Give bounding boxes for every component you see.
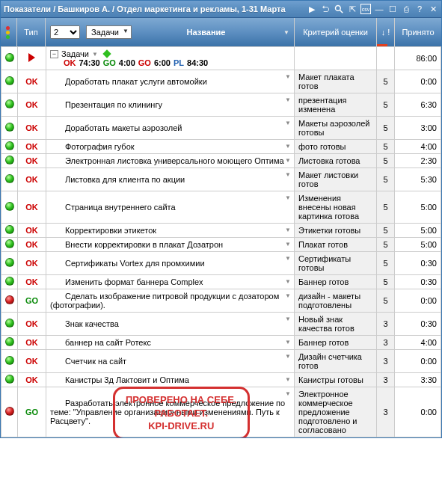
col-header-light[interactable] xyxy=(1,18,17,46)
time-cell: 4:00 xyxy=(395,336,441,350)
status-light-icon xyxy=(5,174,14,183)
minimize-icon[interactable]: — xyxy=(374,4,384,14)
table-row[interactable]: OKбаннер на сайт Ротекс▼Баннер готов34:0… xyxy=(1,336,441,350)
table-row[interactable]: OKВнести корректировки в плакат Дозатрон… xyxy=(1,238,441,252)
chevron-down-icon[interactable]: ▼ xyxy=(285,171,291,178)
name-cell[interactable]: Внести корректировки в плакат Дозатрон▼ xyxy=(46,238,295,252)
chevron-down-icon[interactable]: ▼ xyxy=(283,29,289,36)
name-cell[interactable]: Разработать электронное коммерческое пре… xyxy=(46,387,295,437)
chevron-down-icon[interactable]: ▼ xyxy=(92,51,98,58)
status-light-icon xyxy=(5,99,14,108)
chevron-down-icon[interactable]: ▼ xyxy=(285,96,291,103)
status-light-icon xyxy=(5,337,14,346)
close-icon[interactable]: ✕ xyxy=(428,4,438,14)
table-row[interactable]: GOСделать изображение питровой продукции… xyxy=(1,289,441,313)
status-light-icon xyxy=(5,375,14,384)
table-row[interactable]: OKСертификаты Vortex для промхимии▼Серти… xyxy=(1,252,441,275)
time-cell: 5:00 xyxy=(395,224,441,238)
name-cell[interactable]: Страница внутреннего сайта▼ xyxy=(46,191,295,224)
table-row[interactable]: OKИзменить формат баннера Complex▼Баннер… xyxy=(1,275,441,289)
chevron-down-icon[interactable]: ▼ xyxy=(285,157,291,164)
name-cell[interactable]: Знак качества▼ xyxy=(46,313,295,336)
titlebar: Показатели / Башкиров А. / Отдел маркети… xyxy=(1,1,441,17)
chevron-down-icon[interactable]: ▼ xyxy=(285,73,291,80)
collapse-icon[interactable]: − xyxy=(50,50,58,58)
name-cell[interactable]: Канистры 3д Лактовит и Оптима▼ xyxy=(46,373,295,387)
time-cell: 0:30 xyxy=(395,252,441,275)
col-header-accepted[interactable]: Принято xyxy=(395,18,441,46)
csv-icon[interactable]: csv xyxy=(360,4,371,14)
score-cell: 5 xyxy=(377,275,395,289)
table-row[interactable]: OKКанистры 3д Лактовит и Оптима▼Канистры… xyxy=(1,373,441,387)
name-header-label[interactable]: Название xyxy=(138,28,274,37)
name-cell[interactable]: Доработать макеты аэрозолей▼ xyxy=(46,117,295,140)
chevron-down-icon[interactable]: ▼ xyxy=(285,255,291,262)
chevron-down-icon[interactable]: ▼ xyxy=(285,316,291,322)
table-row[interactable]: GOРазработать электронное коммерческое п… xyxy=(1,387,441,437)
name-cell[interactable]: Изменить формат баннера Complex▼ xyxy=(46,275,295,289)
score-cell: 5 xyxy=(377,191,395,224)
table-row[interactable]: OKЛистовка для клиента по акции▼Макет ли… xyxy=(1,168,441,191)
name-cell[interactable]: Сертификаты Vortex для промхимии▼ xyxy=(46,252,295,275)
chevron-down-icon[interactable]: ▼ xyxy=(285,241,291,248)
chevron-down-icon[interactable]: ▼ xyxy=(285,120,291,126)
status-light-icon xyxy=(5,356,14,365)
chevron-down-icon[interactable]: ▼ xyxy=(285,143,291,150)
type-cell: OK xyxy=(18,168,46,191)
criterion-cell: Баннер готов xyxy=(295,336,377,350)
name-cell[interactable]: Доработать плакат услуги автомойки▼ xyxy=(46,70,295,93)
help-icon[interactable]: ? xyxy=(414,4,425,14)
name-cell[interactable]: Сделать изображение питровой продукции с… xyxy=(46,289,295,313)
chevron-down-icon[interactable]: ▼ xyxy=(285,278,291,285)
chevron-down-icon[interactable]: ▼ xyxy=(285,339,291,345)
chevron-down-icon[interactable]: ▼ xyxy=(285,292,291,299)
chevron-down-icon[interactable]: ▼ xyxy=(285,376,291,383)
chevron-down-icon[interactable]: ▼ xyxy=(285,194,291,201)
name-cell[interactable]: Электронная листовка универсального моющ… xyxy=(46,154,295,168)
back-icon[interactable]: ⮌ xyxy=(320,4,331,14)
time-cell: 3:00 xyxy=(395,117,441,140)
chevron-down-icon[interactable]: ▼ xyxy=(285,353,291,360)
play-triangle-icon[interactable] xyxy=(28,53,35,62)
status-light-icon xyxy=(5,319,14,328)
criterion-cell: Новый знак качества готов xyxy=(295,313,377,336)
table-row[interactable]: OKФотография губок▼фото готовы54:00 xyxy=(1,140,441,154)
summary-criterion xyxy=(295,47,377,70)
maximize-icon[interactable]: ☐ xyxy=(387,4,398,14)
criterion-cell: Макет плаката готов xyxy=(295,70,377,93)
table-row[interactable]: OKДоработать макеты аэрозолей▼Макеты аэр… xyxy=(1,117,441,140)
tasks-dropdown[interactable]: Задачи xyxy=(86,25,132,39)
table-row[interactable]: OKЗнак качества▼Новый знак качества гото… xyxy=(1,313,441,336)
status-light-icon xyxy=(5,407,14,416)
time-cell: 0:00 xyxy=(395,387,441,437)
chevron-down-icon[interactable]: ▼ xyxy=(285,390,291,397)
summary-cell[interactable]: − Задачи ▼ OK74:30GO4:00GO6:00PL84:30 xyxy=(46,47,295,70)
chevron-down-icon[interactable]: ▼ xyxy=(285,227,291,233)
table-row[interactable]: OKДоработать плакат услуги автомойки▼Мак… xyxy=(1,70,441,93)
status-light-icon xyxy=(5,202,14,211)
table-row[interactable]: OKПрезентация по клинингу▼презентация из… xyxy=(1,93,441,117)
type-cell: OK xyxy=(18,252,46,275)
criterion-cell: Сертификаты готовы xyxy=(295,252,377,275)
print-icon[interactable]: ⎙ xyxy=(401,4,411,14)
name-cell[interactable]: Листовка для клиента по акции▼ xyxy=(46,168,295,191)
level-select[interactable]: 2 xyxy=(50,25,80,39)
name-cell[interactable]: Счетчик на сайт▼ xyxy=(46,350,295,373)
name-cell[interactable]: баннер на сайт Ротекс▼ xyxy=(46,336,295,350)
table-row[interactable]: OKСчетчик на сайт▼Дизайн счетчика готов3… xyxy=(1,350,441,373)
name-cell[interactable]: Корректировки этикеток▼ xyxy=(46,224,295,238)
name-cell[interactable]: Презентация по клинингу▼ xyxy=(46,93,295,117)
table-row[interactable]: OKЭлектронная листовка универсального мо… xyxy=(1,154,441,168)
score-cell: 3 xyxy=(377,373,395,387)
search-icon[interactable] xyxy=(334,4,344,14)
play-icon[interactable]: ▶ xyxy=(307,4,317,14)
col-header-criterion[interactable]: Критерий оценки xyxy=(295,18,377,46)
table-row[interactable]: OKКорректировки этикеток▼Этикетки готовы… xyxy=(1,224,441,238)
col-header-sort[interactable]: ↓ ! xyxy=(377,18,395,46)
col-header-type[interactable]: Тип xyxy=(17,18,46,46)
table-row[interactable]: OKСтраница внутреннего сайта▼Изменения в… xyxy=(1,191,441,224)
time-cell: 0:00 xyxy=(395,289,441,313)
name-cell[interactable]: Фотография губок▼ xyxy=(46,140,295,154)
link-icon[interactable]: ⇱ xyxy=(347,4,357,14)
type-cell: OK xyxy=(18,140,46,154)
